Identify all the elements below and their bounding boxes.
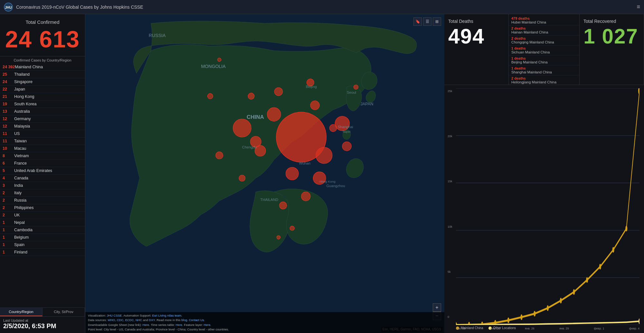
deaths-location: Hainan Mainland China <box>511 30 577 34</box>
map-area[interactable]: MONGOLIA CHINA JAPAN RUSSIA THAILAND Seo… <box>85 14 444 333</box>
country-list-item[interactable]: 1Finland <box>0 249 85 256</box>
country-list-item[interactable]: 1Cambodia <box>0 226 85 234</box>
country-list-item[interactable]: 12Germany <box>0 115 85 123</box>
country-list-item[interactable]: 1Belgium <box>0 234 85 241</box>
country-list-item[interactable]: 8Vietnam <box>0 152 85 160</box>
deaths-number: 494 <box>448 25 505 48</box>
deaths-count: 2 deaths <box>511 36 577 40</box>
country-list-item[interactable]: 1Spain <box>0 241 85 249</box>
footer-who-link[interactable]: WHO <box>108 318 115 322</box>
svg-point-16 <box>279 202 287 209</box>
country-list-item[interactable]: 2UK <box>0 212 85 219</box>
footer-ecdc-link[interactable]: ECDC <box>125 318 134 322</box>
svg-point-14 <box>342 142 351 151</box>
svg-point-57 <box>599 264 601 270</box>
tab-country-region[interactable]: Country/Region <box>0 308 43 316</box>
map-background: MONGOLIA CHINA JAPAN RUSSIA THAILAND Seo… <box>85 14 444 333</box>
svg-text:Shanghai: Shanghai <box>338 125 353 129</box>
footer-fl-link[interactable]: Here <box>204 323 211 327</box>
country-list-item[interactable]: 3India <box>0 182 85 189</box>
country-count: 1 <box>3 228 14 232</box>
footer-sheet-link[interactable]: Here <box>143 323 149 327</box>
footer-jhu-link[interactable]: JHU CSSE <box>107 314 122 317</box>
chart-x-jan20: янв. 20 <box>456 327 466 330</box>
country-name: India <box>14 183 23 188</box>
deaths-location: Heilongjiang Mainland China <box>511 80 577 84</box>
country-list-item[interactable]: 2Italy <box>0 189 85 197</box>
recovered-panel: Total Recovered 1 027 <box>580 14 644 85</box>
svg-point-60 <box>638 88 639 95</box>
country-count: 10 <box>3 146 14 151</box>
country-list-item[interactable]: 11US <box>0 130 85 138</box>
svg-point-56 <box>586 277 588 283</box>
map-list-btn[interactable]: ☰ <box>423 17 431 26</box>
svg-text:CHINA: CHINA <box>247 114 264 120</box>
svg-point-51 <box>521 314 523 320</box>
country-list-item[interactable]: 21Hong Kong <box>0 93 85 100</box>
footer-dxy-link[interactable]: DXY <box>149 318 155 322</box>
country-list-item[interactable]: 4Canada <box>0 175 85 182</box>
chart-y-15k: 15k <box>448 180 455 183</box>
recovered-label: Total Recovered <box>583 19 640 24</box>
deaths-count: 479 deaths <box>511 16 577 20</box>
deaths-list-item: 479 deathsHubei Mainland China <box>509 15 579 25</box>
country-list-item[interactable]: 2Russia <box>0 197 85 204</box>
country-list-item[interactable]: 19South Korea <box>0 100 85 108</box>
country-count: 2 <box>3 198 14 203</box>
country-list-item[interactable]: 22Japan <box>0 86 85 93</box>
deaths-list-item: 1 deathsSichuan Mainland China <box>509 45 579 55</box>
country-list-item[interactable]: 5United Arab Emirates <box>0 167 85 175</box>
map-grid-btn[interactable]: ⊞ <box>433 17 441 26</box>
country-count: 6 <box>3 161 14 166</box>
svg-point-7 <box>316 147 332 164</box>
last-updated-label: Last Updated at <box>3 319 82 322</box>
country-name: Mainland China <box>15 65 43 69</box>
country-list-item[interactable]: 6France <box>0 160 85 167</box>
svg-point-10 <box>233 119 251 137</box>
country-list-item[interactable]: 24Singapore <box>0 78 85 86</box>
country-list-item[interactable]: 24 392Mainland China <box>0 63 85 71</box>
country-list-item[interactable]: 10Macau <box>0 145 85 152</box>
country-name: Germany <box>14 117 31 121</box>
country-name: Vietnam <box>14 154 29 158</box>
country-list-item[interactable]: 25Thailand <box>0 71 85 78</box>
footer-ts-link[interactable]: Here <box>175 323 182 327</box>
footer-cdc-link[interactable]: CDC <box>117 318 124 322</box>
country-name: UK <box>14 213 20 217</box>
country-count: 25 <box>3 72 14 77</box>
country-name: United Arab Emirates <box>14 168 52 173</box>
country-name: Australia <box>14 109 30 114</box>
map-bookmark-btn[interactable]: 🔖 <box>413 17 422 26</box>
top-stats: Total Deaths 494 479 deathsHubei Mainlan… <box>444 14 644 85</box>
country-name: Italy <box>14 191 22 195</box>
country-list-item[interactable]: 2Philippines <box>0 204 85 212</box>
svg-text:Wuhan: Wuhan <box>299 161 311 165</box>
menu-icon[interactable]: ≡ <box>637 4 640 10</box>
footer-nhc-link[interactable]: NHC <box>136 318 142 322</box>
svg-text:MONGOLIA: MONGOLIA <box>201 64 226 69</box>
country-list-item[interactable]: 12Malaysia <box>0 123 85 130</box>
chart-svg-wrapper: янв. 20 янв. 23 янв. 26 янв. 29 февр. 1 … <box>456 88 639 325</box>
footer-contact-link[interactable]: Contact Us <box>189 318 204 322</box>
total-confirmed-label: Total Confirmed <box>4 19 81 25</box>
country-count: 8 <box>3 154 14 158</box>
svg-point-54 <box>560 298 562 304</box>
footer-esri-link[interactable]: Esri Living Atlas team <box>152 314 181 317</box>
country-count: 22 <box>3 87 14 91</box>
svg-point-26 <box>217 58 221 62</box>
app-header: JHU Coronavirus 2019-nCoV Global Cases b… <box>0 0 644 14</box>
country-name: Singapore <box>14 80 33 84</box>
footer-blog-link[interactable]: blog <box>181 318 187 322</box>
deaths-count: 2 deaths <box>511 76 577 80</box>
zoom-in-button[interactable]: + <box>433 303 441 312</box>
svg-text:Beijing: Beijing <box>306 85 317 89</box>
svg-text:Hong Kong: Hong Kong <box>319 180 335 183</box>
country-name: Malaysia <box>14 124 30 128</box>
deaths-location: Shanghai Mainland China <box>511 70 577 74</box>
country-list-item[interactable]: 13Australia <box>0 108 85 115</box>
country-list-item[interactable]: 1Nepal <box>0 219 85 226</box>
footer-note: Visualization: JHU CSSE. Automation Supp… <box>85 312 444 333</box>
tab-city--st-prov[interactable]: City, St/Prov <box>43 308 85 316</box>
country-list-item[interactable]: 11Taiwan <box>0 138 85 145</box>
deaths-list-item: 2 deathsHainan Mainland China <box>509 25 579 35</box>
